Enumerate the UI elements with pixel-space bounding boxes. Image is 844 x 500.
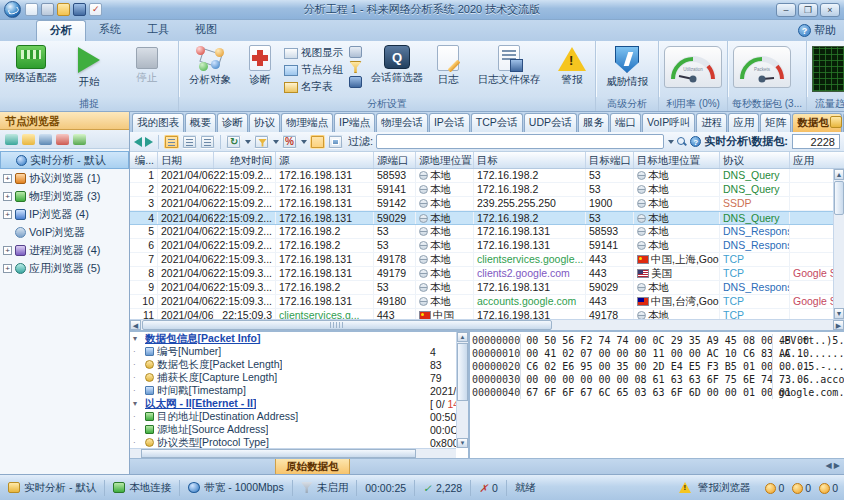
tab-物理端点[interactable]: 物理端点 <box>281 113 333 132</box>
column-header-绝对时间[interactable]: 绝对时间 <box>214 152 276 168</box>
alarm-browser-area[interactable]: 警报浏览器 000 <box>679 481 838 495</box>
restore-button[interactable]: ❐ <box>798 3 818 17</box>
twisty-icon[interactable]: · <box>133 438 142 447</box>
table-row[interactable]: 62021/04/0622:15:09.2...172.16.198.253本地… <box>130 239 844 253</box>
decode-branch[interactable]: ▾数据包信息[Packet Info] <box>130 332 456 345</box>
table-horizontal-scrollbar[interactable]: ◀ ▶ <box>130 319 844 330</box>
column-header-源地理位置[interactable]: 源地理位置 <box>416 152 474 168</box>
tab-应用[interactable]: 应用 <box>728 113 759 132</box>
app-logo-icon[interactable] <box>4 1 21 18</box>
tab-TCP会话[interactable]: TCP会话 <box>471 113 523 132</box>
tab-协议[interactable]: 协议 <box>249 113 280 132</box>
hex-row[interactable]: 00000020C6 02 E6 95 00 35 00 2D E4 E5 F3… <box>472 360 844 373</box>
ribbon-tab-视图[interactable]: 视图 <box>182 20 230 41</box>
decode-horizontal-scrollbar[interactable] <box>130 448 456 458</box>
decode-leaf[interactable]: ·时间戳[Timestamp]2021/04 <box>130 384 456 397</box>
column-header-目标地理位置[interactable]: 目标地理位置 <box>634 152 720 168</box>
tab-overflow-icon[interactable] <box>830 116 842 128</box>
refresh-icon[interactable] <box>5 134 18 145</box>
column-header-目标端口[interactable]: 目标端口 <box>586 152 634 168</box>
filter-history-dropdown-icon[interactable] <box>668 140 674 144</box>
table-row[interactable]: 22021/04/0622:15:09.2...172.16.198.13159… <box>130 183 844 197</box>
expander-icon[interactable]: + <box>3 246 12 255</box>
tab-诊断[interactable]: 诊断 <box>217 113 248 132</box>
hex-row[interactable]: 0000003000 00 00 00 00 00 08 61 63 63 6F… <box>472 373 844 386</box>
tab-IP会话[interactable]: IP会话 <box>429 113 470 132</box>
ribbon-tab-工具[interactable]: 工具 <box>134 20 182 41</box>
column-header-协议[interactable]: 协议 <box>720 152 790 168</box>
twisty-icon[interactable]: · <box>133 347 142 356</box>
twisty-icon[interactable]: ▾ <box>133 399 142 408</box>
clear-filter-icon[interactable] <box>282 135 297 149</box>
nodes-icon[interactable] <box>39 134 52 145</box>
twisty-icon[interactable]: · <box>133 360 142 369</box>
node-group-button[interactable]: 节点分组 <box>282 62 345 78</box>
decode-vertical-scrollbar[interactable]: ▲▼ <box>456 332 468 448</box>
twisty-icon[interactable]: ▾ <box>133 334 142 343</box>
status-connection[interactable]: 本地连接 <box>105 480 180 496</box>
column-header-应用[interactable]: 应用 <box>790 152 844 168</box>
tab-VoIP呼叫[interactable]: VoIP呼叫 <box>642 113 695 132</box>
tab-矩阵[interactable]: 矩阵 <box>760 113 791 132</box>
log-button[interactable]: 日志 <box>430 43 466 87</box>
highlight-icon[interactable] <box>310 135 325 149</box>
column-header-日期[interactable]: 日期 <box>158 152 214 168</box>
save-small-icon[interactable] <box>349 76 362 88</box>
hex-row[interactable]: 0000004067 6F 6F 67 6C 65 03 63 6F 6D 00… <box>472 386 844 399</box>
decode-leaf[interactable]: ·捕获长度[Capture Length]79 <box>130 371 456 384</box>
alarm-node-icon[interactable] <box>56 134 69 145</box>
save-icon[interactable] <box>73 3 86 16</box>
table-row[interactable]: 92021/04/0622:15:09.3...172.16.198.253本地… <box>130 281 844 295</box>
refresh-dropdown-icon[interactable] <box>245 140 251 144</box>
forward-arrow-icon[interactable] <box>145 137 153 147</box>
sidebar-item-clock[interactable]: +实时分析 - 默认 <box>0 151 129 169</box>
clipboard-icon[interactable] <box>41 3 54 16</box>
decode-leaf[interactable]: ·目的地址[Destination Address]00:50:5 <box>130 410 456 423</box>
toolbar-help-icon[interactable]: ? <box>690 136 701 147</box>
tab-UDP会话[interactable]: UDP会话 <box>524 113 577 132</box>
table-row[interactable]: 52021/04/0622:15:09.2...172.16.198.253本地… <box>130 225 844 239</box>
locate-icon[interactable] <box>73 134 86 145</box>
tab-服务[interactable]: 服务 <box>578 113 609 132</box>
help-area[interactable]: ? 帮助 <box>798 23 836 38</box>
threat-intel-button[interactable]: 威胁情报 <box>599 43 655 89</box>
tab-物理会话[interactable]: 物理会话 <box>376 113 428 132</box>
table-row[interactable]: 32021/04/0622:15:09.2...172.16.198.13159… <box>130 197 844 211</box>
stop-button[interactable]: 停止 <box>119 43 175 85</box>
table-row[interactable]: 102021/04/0622:15:09.3...172.16.198.1314… <box>130 295 844 309</box>
tab-IP端点[interactable]: IP端点 <box>334 113 375 132</box>
hex-row[interactable]: 0000001000 41 02 07 00 00 80 11 00 00 AC… <box>472 347 844 360</box>
name-table-button[interactable]: 名字表 <box>282 79 345 95</box>
column-header-目标[interactable]: 目标 <box>474 152 586 168</box>
filter-funnel-icon[interactable] <box>254 135 269 149</box>
tab-端口[interactable]: 端口 <box>610 113 641 132</box>
filter-small-icon[interactable] <box>349 61 362 73</box>
list-view-icon[interactable] <box>164 135 179 149</box>
log-save-button[interactable]: 日志文件保存 <box>468 43 550 87</box>
expander-icon[interactable]: + <box>3 174 12 183</box>
analysis-object-button[interactable]: 分析对象 <box>182 43 238 87</box>
close-button[interactable]: × <box>820 3 840 17</box>
new-document-icon[interactable] <box>25 3 38 16</box>
bottom-tab-scroll-arrows[interactable]: ◀ ▶ <box>825 461 840 470</box>
table-row[interactable]: 112021/04/0622:15:09.3clientservices.g..… <box>130 309 844 319</box>
decode-leaf[interactable]: ·源地址[Source Address]00:0C:2 <box>130 423 456 436</box>
ribbon-tab-分析[interactable]: 分析 <box>36 20 86 41</box>
network-adapter-button[interactable]: 网络适配器 <box>3 43 59 85</box>
column-header-源[interactable]: 源 <box>276 152 374 168</box>
twisty-icon[interactable]: · <box>133 425 142 434</box>
start-button[interactable]: 开始 <box>61 43 117 89</box>
detail-view-icon[interactable] <box>182 135 197 149</box>
hex-view-icon[interactable] <box>200 135 215 149</box>
twisty-icon[interactable]: · <box>133 386 142 395</box>
decode-branch[interactable]: ▾以太网 - II[Ethernet - II][ 0/ 14] <box>130 397 456 410</box>
alarm-button[interactable]: 警报 <box>552 43 592 87</box>
ribbon-tab-系统[interactable]: 系统 <box>86 20 134 41</box>
column-header-源端口[interactable]: 源端口 <box>374 152 416 168</box>
decode-leaf[interactable]: ·数据包长度[Packet Length]83 <box>130 358 456 371</box>
clear-dropdown-icon[interactable] <box>301 140 307 144</box>
status-analysis[interactable]: 实时分析 - 默认 <box>6 480 105 496</box>
session-filter-button[interactable]: Q 会话筛选器 <box>366 43 428 85</box>
decode-leaf[interactable]: ·编号[Number]4 <box>130 345 456 358</box>
table-row[interactable]: 72021/04/0622:15:09.3...172.16.198.13149… <box>130 253 844 267</box>
